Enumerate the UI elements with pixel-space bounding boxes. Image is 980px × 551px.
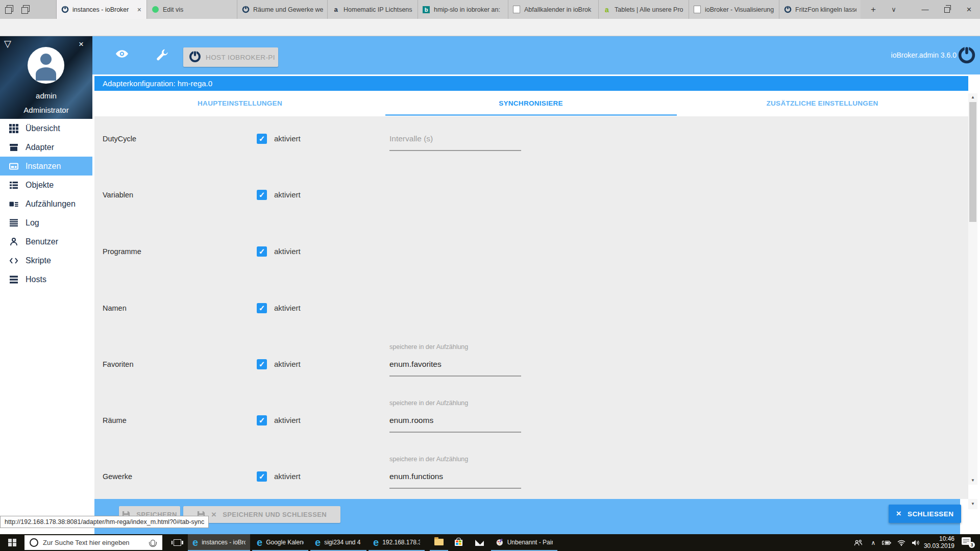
sidebar-item-label: Objekte	[26, 181, 54, 190]
clock-time: 10:46	[916, 536, 954, 543]
sidebar-item-uebersicht[interactable]: Übersicht	[0, 119, 92, 138]
tab-title: instances - ioBroker	[72, 6, 133, 13]
checkbox-label: aktiviert	[274, 134, 301, 143]
namen-checkbox[interactable]: ✓	[257, 303, 267, 313]
close-button[interactable]: × SCHLIESSEN	[889, 505, 961, 523]
sidebar-item-label: Hosts	[26, 275, 46, 284]
row-label: Favoriten	[103, 360, 133, 368]
taskbar-app-store[interactable]	[450, 534, 469, 551]
window-restore-button[interactable]	[936, 0, 958, 19]
taskbar-app-edge-instances[interactable]: e instances - ioBroke...	[188, 534, 250, 551]
input-underline	[389, 375, 521, 377]
input-underline	[389, 488, 521, 489]
browser-tab-fritzfon[interactable]: FritzFon klingeln lassen,	[779, 0, 861, 19]
status-link-tooltip: http://192.168.178.38:8081/adapter/hm-re…	[0, 516, 209, 528]
wifi-icon[interactable]	[895, 534, 908, 551]
hosts-icon	[9, 275, 18, 284]
sidebar-item-instanzen[interactable]: Instanzen	[0, 157, 92, 176]
sidebar-item-log[interactable]: Log	[0, 213, 92, 232]
scroll-down-icon[interactable]: ▼	[968, 477, 977, 485]
iobroker-logo-icon	[958, 46, 976, 66]
active-tab-indicator	[385, 114, 677, 116]
tab-synchronisiere[interactable]: SYNCHRONISIERE	[385, 91, 676, 116]
sidebar-close-icon[interactable]: ×	[76, 39, 87, 49]
browser-tab-raeume[interactable]: Räume und Gewerke we	[237, 0, 327, 19]
scroll-down-icon[interactable]: ▼	[968, 499, 977, 509]
host-button-label: HOST IOBROKER-PI	[206, 54, 275, 61]
gewerke-checkbox[interactable]: ✓	[257, 471, 267, 482]
gewerke-input[interactable]: speichere in der Aufzählung enum.functio…	[389, 466, 521, 489]
taskbar-app-edge-sigi234[interactable]: e sigi234 und 4 weite...	[310, 534, 366, 551]
programme-checkbox[interactable]: ✓	[257, 246, 267, 257]
tab-close-icon[interactable]: ×	[136, 6, 142, 14]
menu-triangle-icon[interactable]: ▽	[4, 38, 11, 49]
input-underline	[389, 150, 521, 151]
tab-list-chevron-icon[interactable]: ∨	[884, 0, 903, 19]
main-area: HOST IOBROKER-PI ioBroker.admin 3.6.0 Ad…	[92, 36, 980, 534]
new-tab-button[interactable]: +	[864, 0, 883, 19]
browser-tab-hmip[interactable]: b hmip-slo in iobroker an:	[418, 0, 508, 19]
browser-tab-homematic[interactable]: a Homematic IP Lichtsens	[327, 0, 418, 19]
scrollbar-thumb[interactable]	[969, 102, 976, 222]
task-view-button[interactable]	[168, 534, 186, 551]
favoriten-checkbox[interactable]: ✓	[257, 359, 267, 369]
tray-chevron-up-icon[interactable]: ∧	[868, 534, 879, 551]
adapter-config-dialog: Adapterkonfiguration: hm-rega.0 HAUPTEIN…	[94, 76, 968, 534]
people-icon[interactable]	[851, 534, 865, 551]
code-icon	[9, 256, 18, 265]
file-explorer-icon	[434, 539, 444, 545]
window-minimize-button[interactable]: —	[914, 0, 936, 19]
taskbar-search-input[interactable]: Zur Suche Text hier eingeben	[24, 535, 162, 550]
dialog-action-bar: SPEICHERN × SPEICHERN UND SCHLIESSEN × S…	[94, 499, 960, 534]
browser-tab-tablets[interactable]: a Tablets | Alle unsere Pro	[598, 0, 689, 19]
host-button[interactable]: HOST IOBROKER-PI	[183, 47, 278, 67]
avatar	[28, 47, 64, 84]
taskbar-app-edge-ip[interactable]: e 192.168.178.33 und ...	[369, 534, 425, 551]
favoriten-input[interactable]: speichere in der Aufzählung enum.favorit…	[389, 354, 521, 377]
tab-zusaetzliche-einstellungen[interactable]: ZUSÄTZLICHE EINSTELLUNGEN	[677, 91, 968, 116]
dutycycle-input[interactable]: Intervalle (s)	[389, 129, 521, 151]
browser-tab-instances[interactable]: instances - ioBroker ×	[56, 0, 146, 19]
sidebar-item-adapter[interactable]: Adapter	[0, 138, 92, 157]
taskbar-app-explorer[interactable]	[430, 534, 448, 551]
scroll-up-icon[interactable]: ▲	[968, 93, 977, 102]
clock-date: 30.03.2019	[916, 543, 954, 550]
checkbox-label: aktiviert	[274, 360, 301, 368]
checkbox-label: aktiviert	[274, 190, 301, 199]
taskbar-clock[interactable]: 10:46 30.03.2019	[916, 536, 954, 549]
taskbar-app-edge-kalender[interactable]: e Google Kalender - ...	[252, 534, 308, 551]
set-tabs-aside-icon[interactable]	[20, 4, 32, 15]
tab-preview-icon[interactable]	[4, 4, 15, 15]
browser-tab-abfallkalender[interactable]: Abfallkalender in ioBrok	[508, 0, 598, 19]
sidebar-item-hosts[interactable]: Hosts	[0, 270, 92, 289]
sidebar-item-objekte[interactable]: Objekte	[0, 176, 92, 194]
variablen-checkbox[interactable]: ✓	[257, 190, 267, 200]
sidebar-item-skripte[interactable]: Skripte	[0, 251, 92, 270]
dutycycle-checkbox[interactable]: ✓	[257, 134, 267, 144]
taskbar-app-paint[interactable]: Unbenannt - Paint	[491, 534, 557, 551]
sidebar-item-aufzaehlungen[interactable]: Aufzählungen	[0, 194, 92, 213]
iobroker-favicon	[783, 6, 792, 14]
microphone-icon[interactable]	[151, 540, 155, 546]
green-dot-favicon	[151, 6, 159, 14]
checkbox-label: aktiviert	[274, 416, 301, 424]
raeume-checkbox[interactable]: ✓	[257, 415, 267, 425]
browser-tab-edit-vis[interactable]: Edit vis	[146, 0, 237, 19]
tab-haupteinstellungen[interactable]: HAUPTEINSTELLUNGEN	[94, 91, 385, 116]
page-favicon	[693, 6, 701, 14]
taskbar-app-mail[interactable]	[471, 534, 489, 551]
battery-icon[interactable]	[880, 534, 893, 551]
amazon-favicon: a	[332, 6, 340, 14]
vertical-scrollbar[interactable]: ▲ ▼	[968, 93, 977, 485]
window-close-button[interactable]: ×	[958, 0, 980, 19]
admin-version: ioBroker.admin 3.6.0	[891, 51, 957, 59]
close-x-icon: ×	[211, 510, 216, 520]
start-button[interactable]	[0, 534, 24, 551]
wrench-icon[interactable]	[154, 48, 169, 62]
action-center-icon[interactable]: 3	[962, 537, 973, 546]
field-label: speichere in der Aufzählung	[389, 456, 468, 463]
raeume-input[interactable]: speichere in der Aufzählung enum.rooms	[389, 410, 521, 433]
sidebar-item-benutzer[interactable]: Benutzer	[0, 232, 92, 251]
browser-tab-visualisierung[interactable]: ioBroker - Visualisierung	[689, 0, 779, 19]
eye-icon[interactable]	[114, 48, 130, 62]
